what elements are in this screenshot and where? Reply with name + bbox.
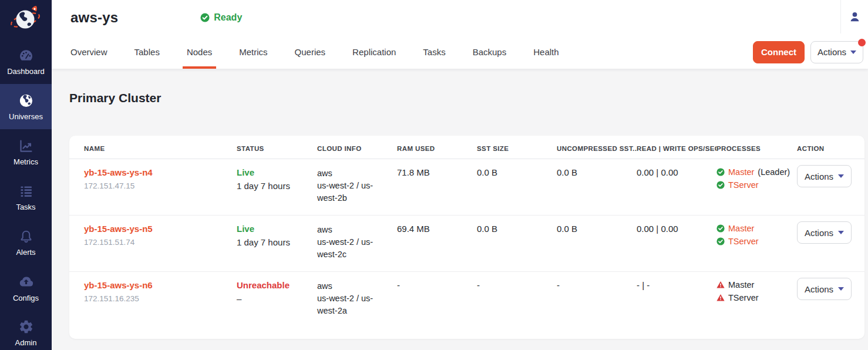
process-link[interactable]: Master: [728, 167, 754, 177]
sidebar-item-metrics[interactable]: Metrics: [0, 129, 52, 174]
warning-icon: [716, 281, 725, 289]
header-top-row: aws-ys Ready: [52, 0, 868, 35]
node-ip: 172.151.51.74: [84, 238, 232, 247]
table-row: yb-15-aws-ys-n6 172.151.16.235 Unreachab…: [69, 272, 864, 328]
app-logo[interactable]: [0, 0, 52, 39]
node-actions-button[interactable]: Actions: [797, 278, 852, 300]
tab-replication[interactable]: Replication: [352, 35, 396, 69]
main-content: Primary Cluster NAME STATUS CLOUD INFO R…: [52, 69, 868, 350]
notification-dot: [858, 39, 866, 46]
col-header-cloud-info: CLOUD INFO: [317, 136, 397, 159]
node-actions-button[interactable]: Actions: [797, 165, 852, 187]
process-link[interactable]: TServer: [728, 180, 759, 190]
process-tserver: TServer: [716, 237, 792, 246]
col-header-action: ACTION: [797, 136, 864, 159]
process-link[interactable]: TServer: [728, 237, 759, 246]
process-master: Master: [716, 280, 792, 290]
sidebar-item-label: Universes: [9, 112, 43, 121]
col-header-name: NAME: [69, 136, 237, 159]
nodes-table-card: NAME STATUS CLOUD INFO RAM USED SST SIZE…: [69, 136, 864, 339]
check-circle-icon: [200, 13, 210, 22]
read-write-ops-value: 0.00 | 0.00: [637, 216, 716, 272]
universe-actions-label: Actions: [817, 47, 846, 57]
universes-globe-icon: [18, 93, 34, 109]
check-circle-icon: [716, 237, 725, 245]
col-header-sst-size: SST SIZE: [477, 136, 557, 159]
universe-actions-button[interactable]: Actions: [810, 41, 863, 63]
sidebar-item-dashboard[interactable]: Dashboard: [0, 39, 52, 84]
user-menu[interactable]: [840, 0, 868, 33]
sidebar-item-label: Alerts: [16, 248, 35, 257]
sidebar-item-label: Metrics: [14, 157, 38, 166]
node-status: Unreachable: [237, 280, 312, 290]
node-ip: 172.151.47.15: [84, 181, 232, 190]
planet-rocket-logo-icon: [9, 4, 42, 35]
sidebar-item-label: Configs: [13, 294, 39, 302]
node-status: Live: [237, 224, 312, 234]
tab-tables[interactable]: Tables: [134, 35, 160, 69]
universe-status-label: Ready: [214, 12, 242, 23]
node-uptime: 1 day 7 hours: [237, 237, 312, 247]
table-row: yb-15-aws-ys-n5 172.151.51.74 Live 1 day…: [69, 216, 864, 272]
col-header-ram-used: RAM USED: [397, 136, 477, 159]
chevron-down-icon: [850, 51, 856, 54]
node-actions-label: Actions: [805, 284, 833, 294]
tab-health[interactable]: Health: [533, 35, 559, 69]
process-label: TServer: [728, 293, 759, 302]
admin-gear-icon: [18, 319, 34, 335]
tasks-list-icon: [18, 183, 34, 199]
sidebar-item-admin[interactable]: Admin: [0, 310, 52, 350]
universe-title: aws-ys: [70, 9, 118, 26]
tab-tasks[interactable]: Tasks: [423, 35, 445, 69]
sidebar-item-label: Dashboard: [7, 67, 45, 76]
header-tabs-row: Overview Tables Nodes Metrics Queries Re…: [52, 35, 868, 69]
node-uptime: 1 day 7 hours: [237, 181, 312, 191]
sst-size-value: -: [477, 272, 557, 328]
tab-queries[interactable]: Queries: [295, 35, 326, 69]
node-actions-button[interactable]: Actions: [797, 221, 852, 244]
col-header-processes: PROCESSES: [716, 136, 797, 159]
user-icon: [847, 9, 862, 24]
node-name-link[interactable]: yb-15-aws-ys-n6: [84, 280, 232, 290]
process-master: Master (Leader): [716, 167, 792, 177]
col-header-status: STATUS: [237, 136, 317, 159]
process-tserver: TServer: [716, 180, 792, 190]
tab-backups[interactable]: Backups: [473, 35, 507, 69]
page-header: aws-ys Ready Overview Tables Nodes Metri…: [52, 0, 868, 69]
uncompressed-sst-value: 0.0 B: [557, 216, 637, 272]
node-name-link[interactable]: yb-15-aws-ys-n5: [84, 224, 232, 234]
chevron-down-icon: [838, 231, 844, 234]
header-action-buttons: Connect Actions: [753, 41, 863, 63]
metrics-chart-icon: [18, 138, 34, 154]
sidebar-item-label: Admin: [15, 338, 37, 347]
sst-size-value: 0.0 B: [477, 159, 557, 216]
node-name-link[interactable]: yb-15-aws-ys-n4: [84, 167, 232, 177]
sidebar-item-label: Tasks: [16, 203, 35, 211]
tab-overview[interactable]: Overview: [70, 35, 107, 69]
sidebar-item-configs[interactable]: Configs: [0, 265, 52, 310]
process-master: Master: [716, 224, 792, 233]
sidebar-item-universes[interactable]: Universes: [0, 84, 52, 129]
check-circle-icon: [716, 224, 725, 233]
chevron-down-icon: [838, 174, 844, 178]
tab-nodes[interactable]: Nodes: [187, 35, 212, 69]
process-link[interactable]: Master: [728, 224, 754, 233]
check-circle-icon: [716, 181, 725, 189]
alerts-bell-icon: [18, 228, 34, 244]
read-write-ops-value: 0.00 | 0.00: [637, 159, 716, 216]
configs-cloud-icon: [18, 273, 35, 290]
connect-button[interactable]: Connect: [753, 41, 805, 63]
cloud-region-zone: us-west-2 / us-west-2b: [317, 180, 381, 204]
warning-icon: [716, 294, 725, 302]
tab-metrics[interactable]: Metrics: [239, 35, 267, 69]
node-actions-label: Actions: [805, 228, 833, 238]
universe-status-badge: Ready: [200, 12, 242, 23]
read-write-ops-value: - | -: [637, 272, 716, 328]
cloud-provider: aws: [317, 167, 392, 180]
table-header-row: NAME STATUS CLOUD INFO RAM USED SST SIZE…: [69, 136, 864, 159]
uncompressed-sst-value: -: [557, 272, 637, 328]
node-ip: 172.151.16.235: [84, 294, 232, 303]
node-actions-label: Actions: [805, 171, 833, 181]
sidebar-item-tasks[interactable]: Tasks: [0, 174, 52, 220]
sidebar-item-alerts[interactable]: Alerts: [0, 220, 52, 265]
